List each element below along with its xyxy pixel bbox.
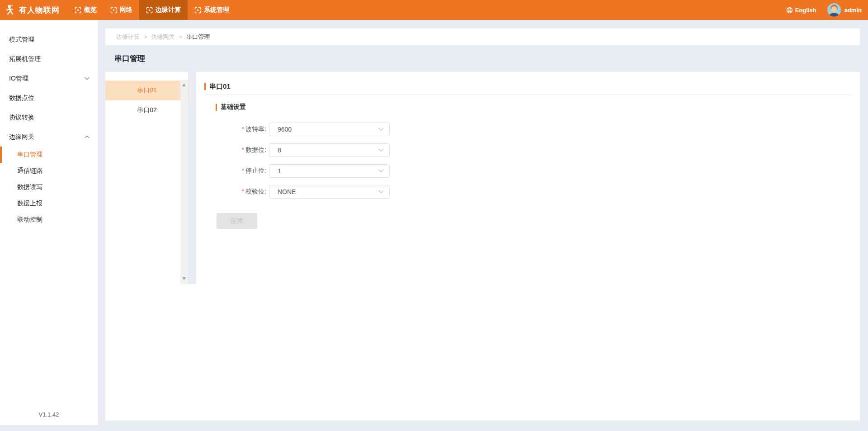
app-logo: 有人物联网 — [0, 4, 68, 16]
sidebar-subitem-data-read-write[interactable]: 数据读写 — [0, 179, 98, 195]
parity-select[interactable]: NONE — [269, 185, 390, 199]
sidebar-subitem-label: 联动控制 — [17, 216, 42, 224]
breadcrumb-item-edge-computing[interactable]: 边缘计算 — [116, 33, 140, 41]
scan-icon — [194, 7, 201, 14]
app-title: 有人物联网 — [19, 5, 60, 15]
sidebar-item-label: 模式管理 — [9, 36, 34, 44]
nav-tab-label: 概览 — [84, 6, 97, 14]
sidebar-subitem-label: 数据上报 — [17, 199, 42, 208]
sidebar-item-mode-management[interactable]: 模式管理 — [0, 30, 98, 49]
globe-icon — [786, 7, 793, 14]
form-row-parity: *校验位: NONE — [204, 185, 852, 199]
nav-tab-system[interactable]: 系统管理 — [188, 0, 236, 20]
field-label-text: 数据位: — [245, 146, 266, 153]
sidebar-subitem-label: 通信链路 — [17, 167, 42, 175]
user-avatar[interactable] — [827, 3, 841, 17]
serial-port-item-label: 串口01 — [137, 86, 157, 95]
baud-rate-select[interactable]: 9600 — [269, 123, 390, 136]
sidebar-item-label: 数据点位 — [9, 94, 34, 102]
detail-header: 串口01 — [204, 81, 852, 91]
page-title-band: 串口管理 — [105, 45, 860, 72]
scan-icon — [110, 7, 117, 14]
scrollbar-down-icon[interactable] — [182, 277, 186, 280]
section-title: 基础设置 — [221, 103, 246, 111]
language-switch[interactable]: English — [786, 7, 816, 14]
sidebar-item-label: 协议转换 — [9, 114, 34, 122]
nav-tab-label: 系统管理 — [204, 6, 229, 14]
scan-icon — [75, 7, 81, 14]
sidebar-item-extension-management[interactable]: 拓展机管理 — [0, 49, 98, 69]
nav-tab-overview[interactable]: 概览 — [68, 0, 104, 20]
serial-port-detail: 串口01 基础设置 *波特率: 9600 — [196, 72, 860, 421]
scrollbar-up-icon[interactable] — [182, 84, 186, 86]
baud-rate-value: 9600 — [278, 126, 378, 133]
sidebar-item-label: 拓展机管理 — [9, 55, 41, 63]
breadcrumb-separator: > — [144, 33, 147, 40]
sidebar-subitem-serial-port-management[interactable]: 串口管理 — [0, 147, 98, 163]
page-title: 串口管理 — [114, 53, 145, 64]
sidebar-subitem-data-reporting[interactable]: 数据上报 — [0, 195, 98, 212]
chevron-down-icon — [378, 169, 384, 173]
breadcrumb-item-current: 串口管理 — [186, 33, 210, 41]
accent-bar — [204, 83, 206, 90]
sidebar-subitem-communication-link[interactable]: 通信链路 — [0, 163, 98, 179]
required-mark: * — [242, 188, 244, 195]
breadcrumb-item-edge-gateway[interactable]: 边缘网关 — [151, 33, 175, 41]
username-label[interactable]: admin — [844, 7, 862, 14]
accent-bar — [216, 104, 217, 111]
parity-label: *校验位: — [204, 188, 266, 196]
sidebar-item-data-points[interactable]: 数据点位 — [0, 88, 98, 108]
parity-value: NONE — [278, 188, 378, 195]
field-label-text: 波特率: — [245, 125, 266, 133]
detail-title: 串口01 — [209, 82, 231, 91]
apply-button[interactable]: 应用 — [217, 213, 257, 229]
topbar-right: English admin — [786, 3, 868, 17]
usr-person-logo-icon — [5, 4, 16, 16]
baud-rate-label: *波特率: — [204, 125, 266, 133]
stop-bits-label: *停止位: — [204, 167, 266, 175]
breadcrumb-separator: > — [179, 33, 183, 40]
required-mark: * — [242, 167, 244, 174]
sidebar-subitem-label: 数据读写 — [17, 183, 42, 191]
stop-bits-select[interactable]: 1 — [269, 164, 390, 178]
required-mark: * — [242, 125, 244, 133]
nav-tab-label: 边缘计算 — [156, 6, 181, 14]
serial-port-list-item-02[interactable]: 串口02 — [105, 100, 189, 120]
form-row-data-bits: *数据位: 8 — [204, 143, 852, 157]
sidebar-subitem-label: 串口管理 — [17, 151, 42, 159]
avatar-body — [829, 13, 839, 17]
sidebar-item-io-management[interactable]: IO管理 — [0, 69, 98, 88]
chevron-up-icon — [85, 135, 90, 138]
data-bits-select[interactable]: 8 — [269, 143, 390, 157]
main-nav: 概览 网络 边缘计算 系统管理 — [68, 0, 236, 20]
serial-port-list: 串口01 串口02 — [105, 72, 196, 284]
breadcrumb: 边缘计算 > 边缘网关 > 串口管理 — [105, 28, 860, 45]
sidebar-item-edge-gateway[interactable]: 边缘网关 — [0, 127, 98, 147]
nav-tab-label: 网络 — [120, 6, 132, 14]
sidebar-item-protocol-conversion[interactable]: 协议转换 — [0, 108, 98, 127]
chevron-down-icon — [378, 190, 384, 194]
form-row-stop-bits: *停止位: 1 — [204, 164, 852, 178]
top-header-bar: 有人物联网 概览 网络 边缘计算 — [0, 0, 868, 20]
serial-port-list-item-01[interactable]: 串口01 — [105, 81, 189, 100]
sidebar-item-label: 边缘网关 — [9, 133, 34, 141]
nav-tab-network[interactable]: 网络 — [104, 0, 139, 20]
sidebar-item-label: IO管理 — [9, 75, 28, 83]
chevron-down-icon — [378, 128, 384, 131]
chevron-down-icon — [85, 77, 90, 80]
basic-settings-header: 基础设置 — [216, 103, 852, 111]
required-mark: * — [242, 146, 244, 153]
firmware-version-label: V1.1.42 — [0, 411, 98, 418]
list-scrollbar[interactable] — [180, 80, 188, 284]
field-label-text: 校验位: — [245, 188, 266, 195]
main-content: 边缘计算 > 边缘网关 > 串口管理 串口管理 串口01 串口02 — [105, 20, 860, 421]
serial-port-item-label: 串口02 — [137, 106, 157, 114]
sidebar-menu: 模式管理 拓展机管理 IO管理 数据点位 协议转换 边缘网关 串口管理 通信链路 — [0, 20, 98, 228]
avatar-face — [831, 6, 837, 12]
sidebar-subitem-linkage-control[interactable]: 联动控制 — [0, 212, 98, 228]
serial-port-panel: 串口01 串口02 串口01 基础设置 — [105, 72, 860, 421]
language-label: English — [795, 7, 816, 14]
nav-tab-edge-computing[interactable]: 边缘计算 — [139, 0, 188, 20]
field-label-text: 停止位: — [245, 167, 266, 174]
form-row-baud-rate: *波特率: 9600 — [204, 123, 852, 136]
